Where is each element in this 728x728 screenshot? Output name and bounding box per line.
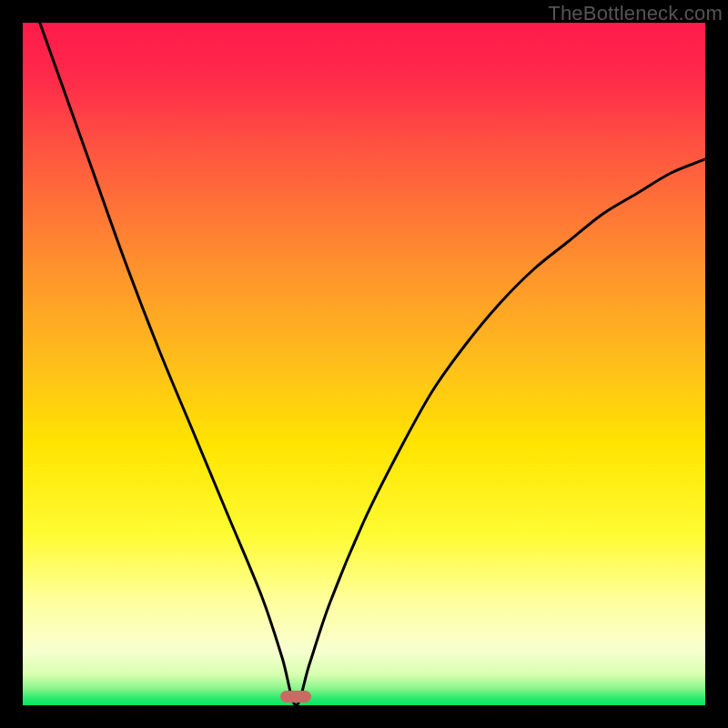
minimum-marker [280, 691, 311, 703]
gradient-background [23, 23, 705, 705]
plot-area [23, 23, 705, 705]
chart-frame: TheBottleneck.com [0, 0, 728, 728]
watermark-text: TheBottleneck.com [548, 2, 723, 25]
bottleneck-curve [23, 23, 705, 705]
chart-svg [23, 23, 705, 705]
